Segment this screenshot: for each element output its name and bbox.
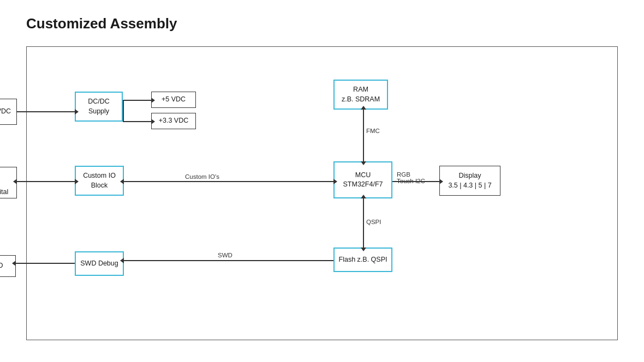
mcu-block: MCU STM32F4/F7 xyxy=(333,161,392,198)
fmc-label: FMC xyxy=(366,128,380,134)
customio-block: Custom IO Block xyxy=(75,166,124,196)
vdc5-block: +5 VDC xyxy=(151,92,196,108)
swd-ext-block: SWD xyxy=(0,255,16,277)
vdc-block: 3 ... 30 VDC xyxy=(0,99,17,125)
display-block: Display 3.5 | 4.3 | 5 | 7 xyxy=(439,166,500,196)
arrow-dcdc-vert xyxy=(123,100,124,121)
rgb-label: RGB Touch I2C xyxy=(397,171,425,184)
custom-ios-label: Custom IO's xyxy=(185,173,219,180)
arrow-dcdc-33v xyxy=(123,121,151,122)
arrow-dcdc-5v xyxy=(123,100,151,101)
arrow-spi-customio xyxy=(17,181,75,182)
swd-debug-block: SWD Debug xyxy=(75,251,124,276)
swd-arrow-label: SWD xyxy=(218,252,232,258)
dcdc-block: DC/DC Supply xyxy=(75,92,123,122)
arrow-swddebug-swd xyxy=(16,263,75,264)
diagram-area: 3 ... 30 VDC DC/DC Supply +5 VDC +3.3 VD… xyxy=(26,46,618,340)
vdc33-block: +3.3 VDC xyxy=(151,113,196,129)
arrow-customio-mcu xyxy=(124,181,333,182)
arrow-mcu-flash xyxy=(363,198,364,248)
arrow-flash-swddebug xyxy=(124,260,333,261)
page-title: Customized Assembly xyxy=(26,15,177,32)
arrow-vdc-dcdc xyxy=(17,111,75,112)
ram-block: RAM z.B. SDRAM xyxy=(333,80,388,110)
arrow-ram-mcu xyxy=(363,110,364,161)
qspi-label: QSPI xyxy=(366,219,381,225)
